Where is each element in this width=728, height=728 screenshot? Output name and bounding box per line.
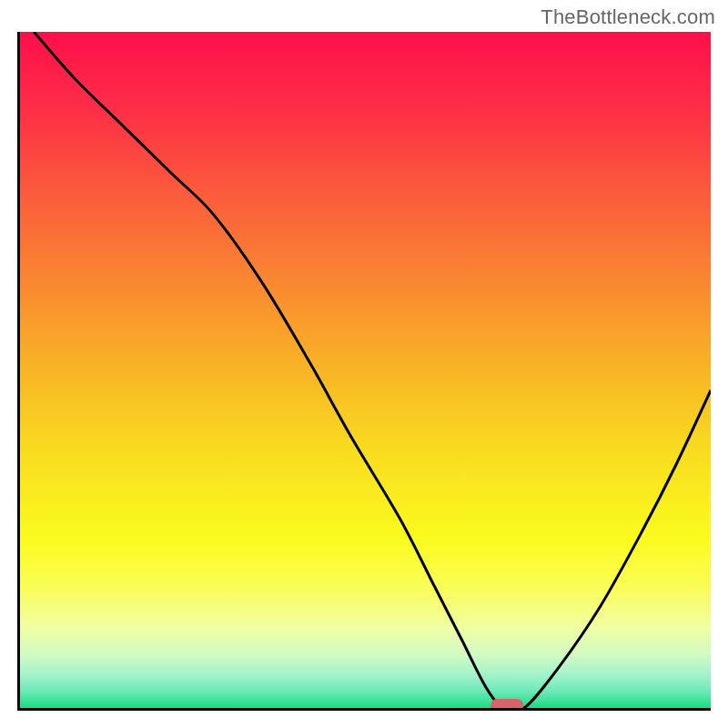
- watermark-text: TheBottleneck.com: [541, 5, 715, 29]
- axes-frame: [17, 32, 711, 711]
- chart-container: TheBottleneck.com: [0, 0, 728, 728]
